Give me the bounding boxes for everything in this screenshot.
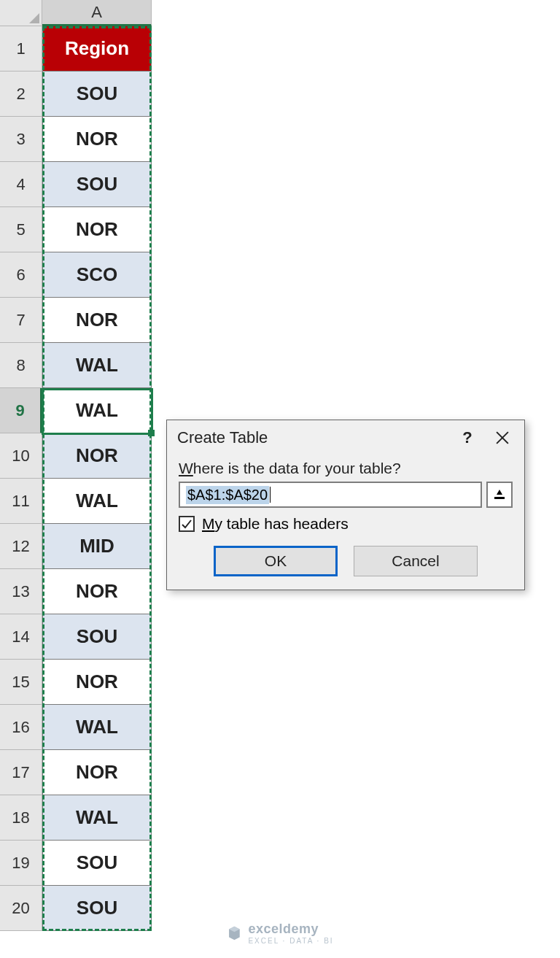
- watermark: exceldemy EXCEL · DATA · BI: [226, 922, 333, 945]
- data-cell[interactable]: SOU: [42, 162, 152, 207]
- row-header[interactable]: 19: [0, 841, 42, 886]
- spreadsheet-grid: A 1 Region 2SOU 3NOR 4SOU 5NOR 6SCO 7NOR…: [0, 0, 152, 931]
- row-header[interactable]: 12: [0, 524, 42, 569]
- row-header[interactable]: 2: [0, 72, 42, 117]
- ok-button[interactable]: OK: [214, 546, 338, 576]
- dialog-help-button[interactable]: ?: [450, 423, 485, 452]
- row-header[interactable]: 13: [0, 569, 42, 614]
- data-cell-active[interactable]: WAL: [42, 388, 152, 433]
- row-header-active[interactable]: 9: [0, 388, 42, 433]
- data-cell[interactable]: SOU: [42, 614, 152, 660]
- data-cell[interactable]: NOR: [42, 298, 152, 343]
- row-header[interactable]: 8: [0, 343, 42, 388]
- range-input-value: $A$1:$A$20: [186, 486, 269, 504]
- table-header-cell[interactable]: Region: [42, 26, 152, 72]
- row-header[interactable]: 20: [0, 886, 42, 931]
- data-cell[interactable]: NOR: [42, 117, 152, 162]
- row-header[interactable]: 11: [0, 479, 42, 524]
- row-header[interactable]: 17: [0, 750, 42, 795]
- data-cell[interactable]: MID: [42, 524, 152, 569]
- svg-rect-3: [494, 497, 505, 499]
- data-cell[interactable]: NOR: [42, 660, 152, 705]
- collapse-dialog-button[interactable]: [486, 482, 513, 508]
- row-header[interactable]: 3: [0, 117, 42, 162]
- data-cell[interactable]: WAL: [42, 479, 152, 524]
- row-header[interactable]: 15: [0, 660, 42, 705]
- column-header-A[interactable]: A: [42, 0, 152, 26]
- data-cell[interactable]: SOU: [42, 72, 152, 117]
- data-cell[interactable]: WAL: [42, 795, 152, 841]
- dialog-titlebar[interactable]: Create Table ?: [167, 420, 524, 455]
- collapse-icon: [493, 488, 506, 501]
- data-cell[interactable]: SOU: [42, 841, 152, 886]
- data-cell[interactable]: SCO: [42, 252, 152, 298]
- cancel-button[interactable]: Cancel: [354, 546, 478, 576]
- row-header[interactable]: 7: [0, 298, 42, 343]
- row-header[interactable]: 6: [0, 252, 42, 298]
- row-header[interactable]: 14: [0, 614, 42, 660]
- headers-checkbox-label[interactable]: My table has headers: [202, 515, 349, 533]
- close-icon: [496, 431, 509, 444]
- svg-marker-0: [29, 13, 39, 23]
- create-table-dialog: Create Table ? Where is the data for you…: [166, 420, 525, 590]
- data-cell[interactable]: WAL: [42, 705, 152, 750]
- data-cell[interactable]: SOU: [42, 886, 152, 931]
- row-header[interactable]: 1: [0, 26, 42, 72]
- data-cell[interactable]: WAL: [42, 343, 152, 388]
- row-header[interactable]: 4: [0, 162, 42, 207]
- dialog-title: Create Table: [177, 428, 450, 447]
- row-header[interactable]: 5: [0, 207, 42, 252]
- data-cell[interactable]: NOR: [42, 569, 152, 614]
- watermark-icon: [226, 925, 242, 941]
- svg-marker-4: [497, 490, 502, 495]
- dialog-prompt: Where is the data for your table?: [179, 460, 513, 477]
- watermark-tagline: EXCEL · DATA · BI: [248, 937, 333, 945]
- row-header[interactable]: 10: [0, 433, 42, 479]
- range-input[interactable]: $A$1:$A$20: [179, 482, 482, 508]
- data-cell[interactable]: NOR: [42, 433, 152, 479]
- select-all-corner[interactable]: [0, 0, 42, 26]
- text-caret: [270, 487, 271, 503]
- check-icon: [181, 518, 192, 530]
- row-header[interactable]: 16: [0, 705, 42, 750]
- data-cell[interactable]: NOR: [42, 207, 152, 252]
- data-cell[interactable]: NOR: [42, 750, 152, 795]
- headers-checkbox[interactable]: [179, 516, 195, 532]
- row-header[interactable]: 18: [0, 795, 42, 841]
- watermark-brand: exceldemy: [248, 922, 319, 936]
- dialog-close-button[interactable]: [485, 423, 520, 452]
